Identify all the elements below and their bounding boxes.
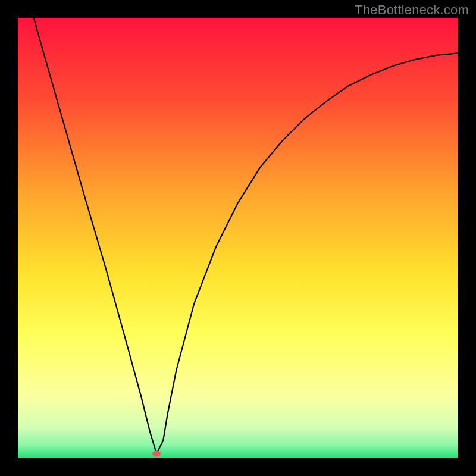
watermark-text: TheBottleneck.com bbox=[355, 2, 469, 18]
chart-svg bbox=[18, 18, 458, 458]
chart-frame bbox=[18, 18, 458, 458]
chart-gradient-bg bbox=[18, 18, 458, 458]
optimum-marker bbox=[152, 451, 161, 457]
